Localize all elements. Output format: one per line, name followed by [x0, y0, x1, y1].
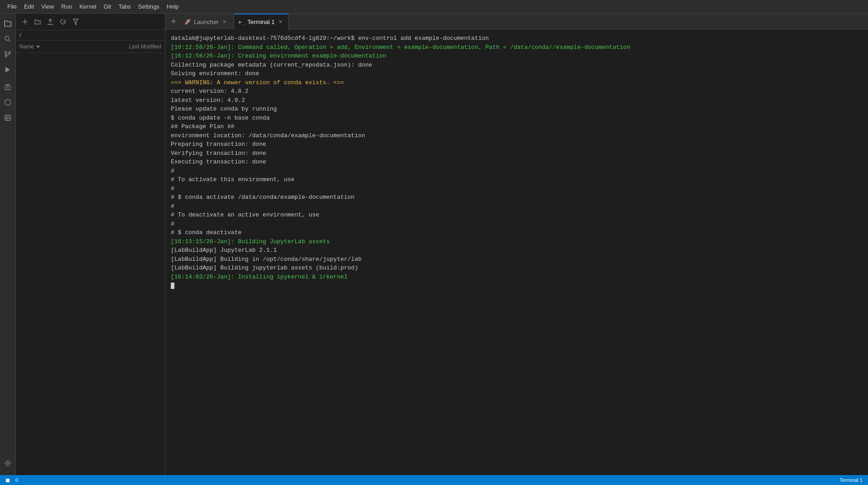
file-list-header: Name Last Modified	[16, 41, 165, 53]
svg-point-13	[7, 462, 9, 465]
terminal-line: [16:13:15/26-Jan]: Building JupyterLab a…	[171, 237, 863, 246]
terminal-line: #	[171, 202, 863, 211]
menu-kernel[interactable]: Kernel	[76, 1, 100, 12]
terminal-line: # To deactivate an active environment, u…	[171, 211, 863, 220]
name-column-header[interactable]: Name	[19, 43, 102, 50]
new-folder-button[interactable]	[32, 16, 43, 27]
terminal-line: Verifying transaction: done	[171, 149, 863, 158]
terminal-line: #	[171, 184, 863, 193]
status-errors: 0	[15, 477, 18, 483]
sidebar-debug-icon[interactable]	[1, 81, 14, 93]
filter-button[interactable]	[70, 16, 81, 27]
main-layout: / Name Last Modified 🚀 Laun	[0, 14, 868, 475]
svg-point-3	[9, 52, 10, 53]
breadcrumb: /	[16, 30, 165, 41]
terminal-line: ## Package Plan ##	[171, 122, 863, 131]
launcher-tab-icon: 🚀	[184, 19, 191, 25]
file-list	[16, 53, 165, 475]
sidebar-search-icon[interactable]	[1, 33, 14, 45]
menu-help[interactable]: Help	[163, 1, 183, 12]
status-bar-left: ◼ 0	[5, 477, 18, 483]
icon-sidebar	[0, 14, 16, 475]
terminal-line: [LabBuildApp] Building in /opt/conda/sha…	[171, 255, 863, 264]
file-panel-toolbar	[16, 14, 165, 30]
sidebar-files-icon[interactable]	[1, 17, 14, 30]
svg-point-2	[5, 52, 7, 53]
sidebar-table-icon[interactable]	[1, 111, 14, 124]
tab-terminal1[interactable]: ▶_ Terminal 1 ✕	[234, 14, 289, 29]
terminal-line: Executing transaction: done	[171, 158, 863, 167]
terminal-line: [LabBuildApp] Building jupyterlab assets…	[171, 264, 863, 273]
upload-button[interactable]	[45, 16, 56, 27]
menu-run[interactable]: Run	[58, 1, 76, 12]
sidebar-git-icon[interactable]	[1, 48, 14, 61]
menubar: File Edit View Run Kernel Git Tabs Setti…	[0, 0, 868, 14]
refresh-button[interactable]	[58, 16, 68, 27]
add-tab-button[interactable]	[167, 15, 180, 28]
menu-edit[interactable]: Edit	[20, 1, 38, 12]
terminal-cursor	[171, 283, 174, 289]
terminal-line: Please update conda by running	[171, 105, 863, 114]
terminal-line: # To activate this environment, use	[171, 175, 863, 184]
terminal-line: # $ conda activate /data/conda/example-d…	[171, 193, 863, 202]
terminal-tab-label: Terminal 1	[247, 19, 275, 25]
svg-marker-6	[5, 67, 10, 72]
terminal-line: Collecting package metadata (current_rep…	[171, 61, 863, 70]
terminal-line: Preparing transaction: done	[171, 140, 863, 149]
sidebar-extensions-icon[interactable]	[1, 96, 14, 109]
terminal-prompt-line: datalab@jupyterlab-dasktest-7576d5cdf4-l…	[171, 34, 863, 43]
sidebar-settings-icon[interactable]	[1, 457, 14, 470]
terminal-line: Solving environment: done	[171, 69, 863, 78]
svg-rect-7	[5, 86, 10, 90]
terminal-cursor-line	[171, 281, 863, 290]
launcher-tab-label: Launcher	[194, 19, 218, 25]
terminal-line: #	[171, 167, 863, 176]
terminal-line: [16:12:58/26-Jan]: Creating environment …	[171, 52, 863, 61]
terminal-tab-icon: ▶_	[239, 19, 245, 25]
terminal-line: ==> WARNING: A newer version of conda ex…	[171, 78, 863, 87]
svg-marker-19	[36, 46, 40, 48]
status-terminal-label: Terminal 1	[839, 477, 863, 483]
svg-point-8	[7, 87, 8, 88]
new-file-button[interactable]	[19, 16, 30, 27]
terminal-output[interactable]: datalab@jupyterlab-dasktest-7576d5cdf4-l…	[165, 29, 868, 475]
svg-line-1	[9, 40, 11, 42]
terminal-line: # $ conda deactivate	[171, 228, 863, 237]
file-browser-panel: / Name Last Modified	[16, 14, 165, 475]
terminal-line: #	[171, 220, 863, 229]
svg-marker-18	[73, 19, 78, 24]
sidebar-run-icon[interactable]	[1, 63, 14, 76]
content-area: 🚀 Launcher ✕ ▶_ Terminal 1 ✕ datalab@jup…	[165, 14, 868, 475]
status-bar-right: Terminal 1	[839, 477, 863, 483]
svg-point-4	[5, 55, 7, 57]
terminal-tab-close[interactable]: ✕	[277, 19, 284, 25]
terminal-line: current version: 4.8.2	[171, 87, 863, 96]
svg-rect-9	[5, 115, 10, 120]
menu-tabs[interactable]: Tabs	[115, 1, 134, 12]
terminal-line: environment location: /data/conda/exampl…	[171, 131, 863, 140]
modified-column-header[interactable]: Last Modified	[102, 43, 161, 50]
terminal-line: [16:12:58/26-Jan]: Command called, Opera…	[171, 43, 863, 52]
status-bar: ◼ 0 Terminal 1	[0, 475, 868, 485]
svg-point-0	[5, 36, 9, 40]
menu-view[interactable]: View	[38, 1, 58, 12]
terminal-line: latest version: 4.9.2	[171, 96, 863, 105]
terminal-line: [LabBuildApp] JupyterLab 2.1.1	[171, 246, 863, 255]
menu-settings[interactable]: Settings	[135, 1, 163, 12]
terminal-line: $ conda update -n base conda	[171, 114, 863, 123]
terminal-lines: [16:12:58/26-Jan]: Command called, Opera…	[171, 43, 863, 282]
menu-git[interactable]: Git	[100, 1, 115, 12]
launcher-tab-close[interactable]: ✕	[221, 19, 227, 25]
terminal-line: [16:14:03/26-Jan]: Installing ipykernel …	[171, 273, 863, 282]
menu-file[interactable]: File	[4, 1, 20, 12]
tab-launcher[interactable]: 🚀 Launcher ✕	[180, 14, 234, 29]
status-build-icon: ◼	[5, 477, 10, 483]
tab-bar: 🚀 Launcher ✕ ▶_ Terminal 1 ✕	[165, 14, 868, 29]
